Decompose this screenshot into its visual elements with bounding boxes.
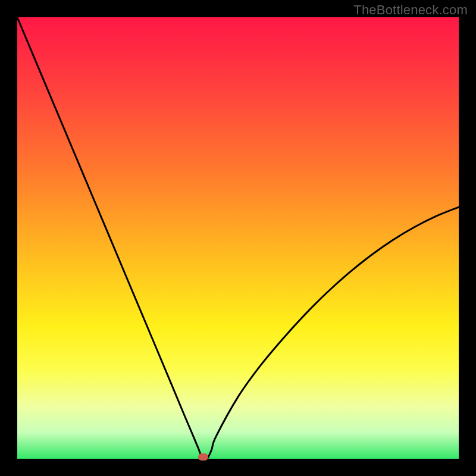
chart-container: TheBottleneck.com: [0, 0, 476, 476]
watermark-text: TheBottleneck.com: [353, 2, 468, 18]
minimum-point-marker: [198, 453, 208, 461]
bottleneck-curve: [17, 17, 459, 459]
